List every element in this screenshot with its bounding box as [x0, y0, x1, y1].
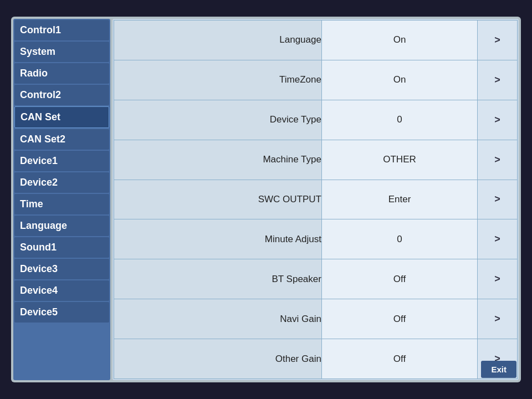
sidebar-item-control2[interactable]: Control2: [14, 85, 109, 105]
setting-label: Machine Type: [114, 140, 322, 180]
setting-arrow-button[interactable]: >: [478, 140, 518, 180]
setting-arrow-button[interactable]: >: [478, 100, 518, 140]
setting-value: On: [321, 60, 477, 100]
sidebar-item-system[interactable]: System: [14, 42, 109, 62]
sidebar-item-device1[interactable]: Device1: [14, 151, 109, 171]
sidebar-item-can-set[interactable]: CAN Set: [14, 106, 109, 128]
setting-label: TimeZone: [114, 60, 322, 100]
setting-value: Off: [321, 299, 477, 339]
main-content: LanguageOn>TimeZoneOn>Device Type0>Machi…: [112, 19, 519, 380]
setting-arrow-button[interactable]: >: [478, 299, 518, 339]
exit-button[interactable]: Exit: [481, 361, 516, 378]
table-row: Device Type0>: [114, 100, 518, 140]
table-row: LanguageOn>: [114, 21, 518, 60]
sidebar-item-control1[interactable]: Control1: [14, 20, 109, 40]
sidebar-item-time[interactable]: Time: [14, 194, 109, 214]
settings-table: LanguageOn>TimeZoneOn>Device Type0>Machi…: [114, 20, 518, 379]
screen: Control1SystemRadioControl2CAN SetCAN Se…: [11, 17, 521, 382]
sidebar: Control1SystemRadioControl2CAN SetCAN Se…: [13, 19, 110, 380]
setting-label: SWC OUTPUT: [114, 180, 322, 219]
setting-value: 0: [321, 219, 477, 259]
setting-arrow-button[interactable]: >: [478, 219, 518, 259]
setting-label: Language: [114, 21, 322, 60]
setting-value: Off: [321, 259, 477, 299]
sidebar-item-can-set2[interactable]: CAN Set2: [14, 129, 109, 150]
setting-arrow-button[interactable]: >: [478, 21, 518, 60]
sidebar-item-device3[interactable]: Device3: [14, 259, 109, 279]
table-row: BT SpeakerOff>: [114, 259, 518, 299]
table-row: SWC OUTPUTEnter>: [114, 180, 518, 219]
setting-value: On: [321, 21, 477, 60]
sidebar-item-language[interactable]: Language: [14, 216, 109, 236]
setting-label: Device Type: [114, 100, 322, 140]
table-row: Navi GainOff>: [114, 299, 518, 339]
sidebar-item-device4[interactable]: Device4: [14, 280, 109, 301]
table-row: Minute Adjust0>: [114, 219, 518, 259]
sidebar-item-device2[interactable]: Device2: [14, 172, 109, 193]
setting-arrow-button[interactable]: >: [478, 180, 518, 219]
sidebar-item-sound1[interactable]: Sound1: [14, 237, 109, 258]
setting-value: 0: [321, 100, 477, 140]
setting-label: Other Gain: [114, 339, 322, 379]
setting-label: Minute Adjust: [114, 219, 322, 259]
setting-value: Enter: [321, 180, 477, 219]
setting-value: Off: [321, 339, 477, 379]
setting-label: Navi Gain: [114, 299, 322, 339]
setting-arrow-button[interactable]: >: [478, 259, 518, 299]
sidebar-item-device5[interactable]: Device5: [14, 302, 109, 323]
sidebar-item-radio[interactable]: Radio: [14, 63, 109, 84]
setting-value: OTHER: [321, 140, 477, 180]
table-row: Other GainOff>: [114, 339, 518, 379]
table-row: TimeZoneOn>: [114, 60, 518, 100]
table-row: Machine TypeOTHER>: [114, 140, 518, 180]
setting-arrow-button[interactable]: >: [478, 60, 518, 100]
setting-label: BT Speaker: [114, 259, 322, 299]
